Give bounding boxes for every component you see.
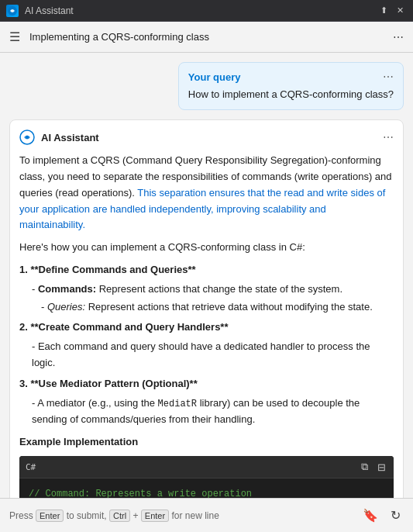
- main-container: ☰ Implementing a CQRS-conforming class ⋯…: [0, 22, 413, 532]
- ai-how-to-intro: Here's how you can implement a CQRS-conf…: [19, 240, 394, 256]
- scroll-area[interactable]: Your query ⋯ How to implement a CQRS-con…: [0, 53, 413, 498]
- ai-response-block: AI Assistant ⋯ To implement a CQRS (Comm…: [9, 119, 404, 498]
- refresh-button[interactable]: ↻: [387, 505, 404, 526]
- svg-point-2: [26, 136, 29, 139]
- toolbar: ☰ Implementing a CQRS-conforming class ⋯: [0, 22, 413, 53]
- enter-key: Enter: [36, 510, 64, 522]
- bottom-bar: Press Enter to submit, Ctrl + Enter for …: [0, 498, 413, 532]
- bookmark-icon: 🔖: [363, 509, 378, 522]
- ai-intro-text: To implement a CQRS (Command Query Respo…: [19, 153, 394, 233]
- code-actions: ⧉ ⊟: [360, 459, 387, 475]
- bubble-title: Your query: [188, 71, 241, 83]
- copy-button[interactable]: ⧉: [360, 459, 370, 475]
- title-bar: AI Assistant ⬆ ✕: [0, 0, 413, 22]
- section-3-bullet-1: - A mediator (e.g., using the MediatR li…: [32, 396, 394, 428]
- section-1-header: 1. **Define Commands and Queries**: [19, 262, 394, 278]
- code-content: // Command: Represents a write operation…: [19, 478, 394, 498]
- bookmark-button[interactable]: 🔖: [360, 505, 381, 526]
- ctrl-key: Ctrl: [109, 510, 130, 522]
- filter-button[interactable]: ⊟: [376, 459, 387, 475]
- bubble-header: Your query ⋯: [188, 71, 394, 83]
- enter-key2: Enter: [141, 510, 169, 522]
- toolbar-title: Implementing a CQRS-conforming class: [29, 31, 384, 43]
- hamburger-icon: ☰: [9, 30, 20, 43]
- section-2-bullet-1: - Each command and query should have a d…: [32, 339, 394, 371]
- code-block-header: C# ⧉ ⊟: [19, 456, 394, 478]
- toolbar-more-button[interactable]: ⋯: [390, 28, 407, 47]
- section-2-header: 2. **Create Command and Query Handlers**: [19, 320, 394, 336]
- title-bar-text: AI Assistant: [25, 5, 371, 16]
- example-title: Example Implementation: [19, 434, 394, 451]
- ai-logo-icon: [19, 130, 35, 145]
- app-icon: [6, 5, 19, 17]
- submit-text: to submit,: [67, 510, 109, 521]
- section-1-bullet-1: - Commands: Represent actions that chang…: [32, 282, 394, 298]
- close-button[interactable]: ✕: [394, 4, 407, 17]
- bottom-hint: Press Enter to submit, Ctrl + Enter for …: [9, 510, 353, 521]
- user-query-bubble: Your query ⋯ How to implement a CQRS-con…: [178, 62, 404, 110]
- code-block: C# ⧉ ⊟ // Command: Represents a write op…: [19, 456, 394, 498]
- ai-more-button[interactable]: ⋯: [383, 131, 394, 143]
- ai-content: To implement a CQRS (Command Query Respo…: [19, 153, 394, 498]
- pin-button[interactable]: ⬆: [377, 4, 391, 17]
- section-3-header: 3. **Use Mediator Pattern (Optional)**: [19, 376, 394, 392]
- code-line-comment: // Command: Represents a write operation: [29, 486, 384, 498]
- ai-name: AI Assistant: [41, 132, 99, 143]
- code-lang-label: C#: [26, 461, 36, 475]
- section-1-sub-bullet-1: - Queries: Represent actions that retrie…: [41, 299, 394, 316]
- filter-icon: ⊟: [377, 461, 386, 473]
- copy-icon: ⧉: [361, 461, 368, 472]
- menu-button[interactable]: ☰: [6, 26, 23, 47]
- new-line-text: for new line: [171, 510, 219, 521]
- bubble-more-button[interactable]: ⋯: [383, 71, 394, 83]
- title-bar-controls: ⬆ ✕: [377, 4, 407, 17]
- bubble-text: How to implement a CQRS-conforming class…: [188, 88, 394, 102]
- ai-header-left: AI Assistant: [19, 130, 99, 145]
- bottom-actions: 🔖 ↻: [360, 505, 404, 526]
- press-label: Press: [9, 510, 33, 521]
- refresh-icon: ↻: [391, 509, 401, 522]
- ellipsis-icon: ⋯: [393, 31, 404, 43]
- ai-header: AI Assistant ⋯: [19, 130, 394, 145]
- plus-text: +: [133, 510, 140, 521]
